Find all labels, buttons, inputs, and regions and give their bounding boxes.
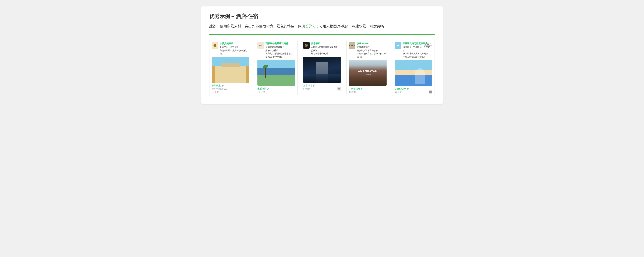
svg-rect-10 <box>431 92 432 93</box>
card-ningbo-desc: 朴实无华，舒适雅致，鼎赞留给城市旅人一扇绿色的窗。 <box>220 46 250 55</box>
page-title: 优秀示例 – 酒店•住宿 <box>209 13 435 20</box>
four-seasons-logo-icon <box>304 44 308 47</box>
card-ningbo-logo: 赞 <box>212 42 218 49</box>
link-icon-4: 🔗 <box>361 88 363 90</box>
card-sijji-header-text: 四季酒店 中国区9家四季酒店专属优惠，抢先预订，即可获赠豪华礼遇！ <box>311 42 341 55</box>
card-aman: ĀMAN 安缦Aman 安缦秘境系列听安缦人讲述安缦故事由彩云之南启程，亲身体验… <box>346 40 389 96</box>
card-ningbo: 赞 宁波鼎赞酒店 朴实无华，舒适雅致，鼎赞留给城市旅人一扇绿色的窗。 领取优惠 … <box>209 40 252 96</box>
aman-subtitle-overlay: 大研安缦 <box>358 74 378 76</box>
link-icon-2: 🔗 <box>267 88 270 90</box>
card-xishuang-desc: 住酒店还能不花钱？是的你没看错！免费入住还能畅游无边泳池，全城仅限十个名额！ <box>266 46 295 58</box>
card-aman-brand[interactable]: 安缦Aman <box>357 42 386 45</box>
svg-rect-9 <box>430 92 430 93</box>
card-sanya-cta-text: 了解公众号 <box>394 87 406 90</box>
card-ningbo-meta: 宁波·宁波鼎赞酒店 <box>212 88 250 90</box>
card-aman-time: 1分钟前 <box>349 91 386 94</box>
sanya-person-shape <box>415 68 425 84</box>
card-xishuang-logo: 花间堂 <box>258 42 264 49</box>
link-icon-3: 🔗 <box>313 84 315 87</box>
card-sanya: 万豪 三亚亚龙湾万豪度假酒店 感恩亲情，三代同游，立享五折。带上年满55周岁的父… <box>392 40 435 96</box>
palm-shape <box>265 65 266 78</box>
card-sijji-desc: 中国区9家四季酒店专属优惠，抢先预订，即可获赠豪华礼遇！ <box>311 46 341 55</box>
card-sijji-header: 四季酒店 中国区9家四季酒店专属优惠，抢先预订，即可获赠豪华礼遇！ <box>303 42 341 55</box>
aman-overlay-text: AMANDAYAN 大研安缦 <box>358 70 378 76</box>
expand-icon-svg-2 <box>430 91 432 93</box>
svg-rect-2 <box>339 88 340 88</box>
card-ningbo-header-text: 宁波鼎赞酒店 朴实无华，舒适雅致，鼎赞留给城市旅人一扇绿色的窗。 <box>220 42 250 55</box>
hotel-building-shape <box>216 66 246 82</box>
card-sijji-logo <box>303 42 310 49</box>
card-xishuang-brand[interactable]: 西双版纳悦景莊花间堂 <box>266 42 295 45</box>
card-sijji-expand-btn[interactable] <box>337 87 341 90</box>
card-sanya-time: 5分钟前 <box>394 91 432 94</box>
card-ningbo-time: 1小时前 <box>212 91 250 94</box>
card-xishuang-header-text: 西双版纳悦景莊花间堂 住酒店还能不花钱？是的你没看错！免费入住还能畅游无边泳池，… <box>266 42 295 58</box>
logo-sanya-inner: 万豪 <box>394 42 401 49</box>
cards-row: 赞 宁波鼎赞酒店 朴实无华，舒适雅致，鼎赞留给城市旅人一扇绿色的窗。 领取优惠 … <box>209 40 435 96</box>
card-ningbo-brand[interactable]: 宁波鼎赞酒店 <box>220 42 250 45</box>
card-sanya-image <box>394 60 432 86</box>
svg-rect-7 <box>430 91 430 92</box>
sijji-reflection-shape <box>303 74 341 82</box>
card-ningbo-image <box>212 57 250 82</box>
card-xishuang-time: 13分钟前 <box>258 91 295 94</box>
card-aman-logo: ĀMAN <box>349 42 355 49</box>
logo-aman-inner: ĀMAN <box>349 42 355 49</box>
card-ningbo-cta-text: 领取优惠 <box>212 84 221 87</box>
card-sanya-desc: 感恩亲情，三代同游，立享五折。带上年满55周岁的父母同行，一家人来海边度个假吧！ <box>403 46 432 58</box>
card-aman-cta-text: 了解公众号 <box>349 87 360 90</box>
logo-sijji-inner <box>303 42 310 49</box>
link-icon: 🔗 <box>222 84 224 87</box>
card-sijji-brand[interactable]: 四季酒店 <box>311 42 341 45</box>
page-subtitle: 建议：使用实景素材，突出外部住宿环境、景色的特色，体现差异化；巧用人物图片/视频… <box>209 23 435 29</box>
subtitle-after: ；巧用人物图片/视频，构建场景，引发共鸣 <box>316 24 384 28</box>
card-xishuang-image <box>258 60 295 86</box>
card-aman-desc: 安缦秘境系列听安缦人讲述安缦故事由彩云之南启程，亲身体验大研安·旅 <box>357 46 386 58</box>
ad-arrow-icon: ▼ <box>430 43 431 45</box>
card-sanya-logo: 万豪 <box>394 42 401 49</box>
card-sijji-time: 1分钟前 <box>303 88 341 90</box>
card-sanya-expand-btn[interactable] <box>429 90 432 94</box>
aman-logo-overlay: AMANDAYAN <box>358 70 378 73</box>
svg-rect-3 <box>338 89 339 90</box>
card-sijji-image <box>303 57 341 82</box>
card-ningbo-header: 赞 宁波鼎赞酒店 朴实无华，舒适雅致，鼎赞留给城市旅人一扇绿色的窗。 <box>212 42 250 55</box>
card-xishuang: 花间堂 西双版纳悦景莊花间堂 住酒店还能不花钱？是的你没看错！免费入住还能畅游无… <box>255 40 298 96</box>
card-ningbo-cta[interactable]: 领取优惠 🔗 <box>212 84 250 87</box>
svg-rect-1 <box>338 88 339 88</box>
svg-rect-8 <box>431 91 432 92</box>
expand-icon-svg <box>338 88 340 90</box>
logo-ningbo-inner: 赞 <box>212 42 218 49</box>
subtitle-highlight: 差异化 <box>305 24 316 28</box>
svg-rect-4 <box>339 89 340 90</box>
card-sanya-cta[interactable]: 了解公众号 🔗 <box>394 87 432 90</box>
page-container: 优秀示例 – 酒店•住宿 建议：使用实景素材，突出外部住宿环境、景色的特色，体现… <box>201 6 443 104</box>
ad-badge: 广告 ▼ <box>424 42 432 46</box>
card-sijji: 四季酒店 中国区9家四季酒店专属优惠，抢先预订，即可获赠豪华礼遇！ 查看详情 🔗… <box>301 40 343 93</box>
link-icon-5: 🔗 <box>406 88 409 90</box>
card-xishuang-header: 花间堂 西双版纳悦景莊花间堂 住酒店还能不花钱？是的你没看错！免费入住还能畅游无… <box>258 42 295 58</box>
subtitle-before: 建议：使用实景素材，突出外部住宿环境、景色的特色，体现 <box>209 24 305 28</box>
card-xishuang-cta[interactable]: 查看详情 🔗 <box>258 87 295 90</box>
card-aman-header: ĀMAN 安缦Aman 安缦秘境系列听安缦人讲述安缦故事由彩云之南启程，亲身体验… <box>349 42 386 58</box>
svg-text:万豪: 万豪 <box>396 45 400 46</box>
card-aman-cta[interactable]: 了解公众号 🔗 <box>349 87 386 90</box>
logo-xishuang-inner: 花间堂 <box>258 42 264 49</box>
card-aman-header-text: 安缦Aman 安缦秘境系列听安缦人讲述安缦故事由彩云之南启程，亲身体验大研安·旅 <box>357 42 386 58</box>
card-aman-image: AMANDAYAN 大研安缦 <box>349 60 386 86</box>
card-sijji-cta[interactable]: 查看详情 🔗 <box>303 84 341 87</box>
card-xishuang-cta-text: 查看详情 <box>258 87 266 90</box>
card-sijji-cta-text: 查看详情 <box>303 84 312 87</box>
ad-label: 广告 <box>425 43 429 45</box>
section-divider <box>209 34 435 35</box>
marriott-logo-icon: 万豪 <box>396 43 400 48</box>
